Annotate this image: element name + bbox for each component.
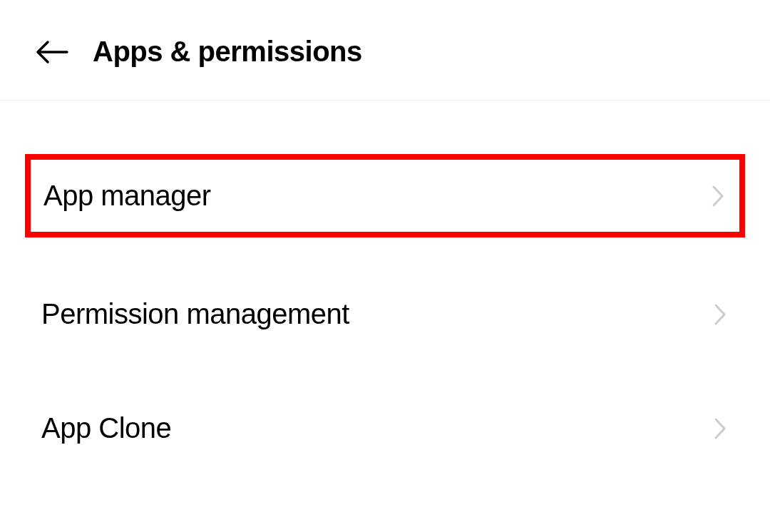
page-title: Apps & permissions — [93, 36, 362, 68]
chevron-right-icon — [712, 300, 729, 329]
list-item-permission-management[interactable]: Permission management — [0, 273, 770, 355]
list-item-label: App Clone — [41, 412, 171, 444]
list-item-label: App manager — [43, 180, 211, 212]
chevron-right-icon — [712, 414, 729, 443]
header: Apps & permissions — [0, 0, 770, 101]
back-arrow-icon — [36, 40, 68, 64]
list-item-app-manager[interactable]: App manager — [25, 154, 745, 237]
chevron-right-icon — [709, 182, 727, 210]
list-item-app-clone[interactable]: App Clone — [0, 387, 770, 469]
list-item-label: Permission management — [41, 298, 349, 330]
back-button[interactable] — [36, 38, 71, 66]
settings-list: App manager Permission management App Cl… — [0, 101, 770, 469]
